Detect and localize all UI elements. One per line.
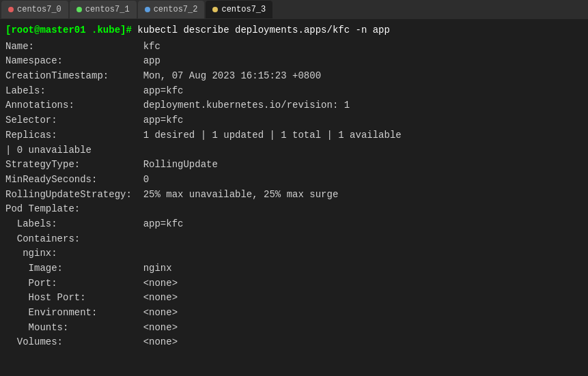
- output-line-20: Volumes: <none>: [5, 335, 583, 350]
- output-line-2: CreationTimestamp: Mon, 07 Aug 2023 16:1…: [5, 69, 583, 84]
- output-line-10: RollingUpdateStrategy: 25% max unavailab…: [5, 188, 583, 203]
- terminal-window: centos7_0centos7_1centos7_2centos7_3 [ro…: [0, 0, 588, 376]
- tab-dot-0: [8, 7, 14, 12]
- tab-label-3: centos7_3: [221, 5, 266, 14]
- output-line-16: Port: <none>: [5, 276, 583, 291]
- output-line-4: Annotations: deployment.kubernetes.io/re…: [5, 98, 583, 113]
- tab-3[interactable]: centos7_3: [206, 1, 272, 18]
- tab-dot-2: [145, 7, 150, 12]
- tab-label-1: centos7_1: [85, 5, 130, 14]
- output-line-8: StrategyType: RollingUpdate: [5, 158, 583, 173]
- output-line-14: nginx:: [5, 246, 583, 261]
- output-line-0: Name: kfc: [5, 40, 583, 55]
- output-line-7: | 0 unavailable: [5, 143, 583, 158]
- output-line-11: Pod Template:: [5, 202, 583, 217]
- tab-label-2: centos7_2: [154, 5, 198, 14]
- tab-bar: centos7_0centos7_1centos7_2centos7_3: [0, 0, 588, 19]
- output-line-12: Labels: app=kfc: [5, 217, 583, 232]
- tab-2[interactable]: centos7_2: [138, 1, 205, 18]
- output-line-15: Image: nginx: [5, 261, 583, 276]
- tab-dot-3: [212, 7, 218, 12]
- tab-label-0: centos7_0: [17, 5, 61, 14]
- prompt-line: [root@master01 .kube]# kubectl describe …: [5, 23, 583, 38]
- output-line-1: Namespace: app: [5, 54, 583, 69]
- output-line-5: Selector: app=kfc: [5, 113, 583, 128]
- output-line-9: MinReadySeconds: 0: [5, 173, 583, 188]
- output-line-18: Environment: <none>: [5, 306, 583, 321]
- output-line-17: Host Port: <none>: [5, 291, 583, 306]
- terminal-content[interactable]: [root@master01 .kube]# kubectl describe …: [0, 19, 588, 376]
- output-line-3: Labels: app=kfc: [5, 84, 583, 99]
- output-line-13: Containers:: [5, 232, 583, 247]
- tab-dot-1: [76, 7, 82, 12]
- output-line-6: Replicas: 1 desired | 1 updated | 1 tota…: [5, 128, 583, 143]
- tab-0[interactable]: centos7_0: [1, 1, 68, 18]
- tab-1[interactable]: centos7_1: [70, 1, 137, 18]
- output-line-19: Mounts: <none>: [5, 321, 583, 336]
